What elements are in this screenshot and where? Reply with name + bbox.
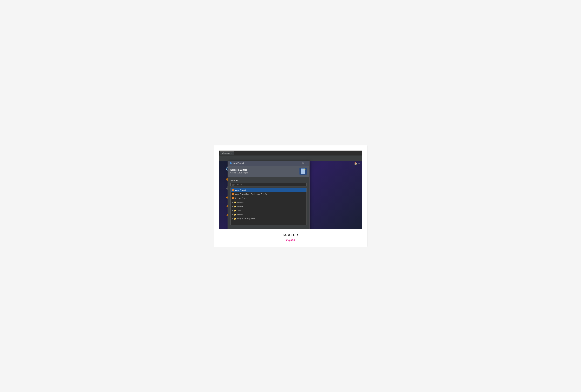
wizard-item-plugin-project[interactable]: P Plug-in Project <box>231 196 306 200</box>
tree-item-plugin-dev-label: Plug-in Development <box>237 218 255 220</box>
dialog-close-btn[interactable]: ✕ <box>305 162 308 164</box>
eclipse-toolbar <box>219 156 362 161</box>
wizard-star-icon: ✦ <box>304 168 306 171</box>
dialog-window-controls: — □ ✕ <box>298 162 308 164</box>
plugin-project-icon: P <box>232 197 234 200</box>
folder-icon-maven: 📁 <box>234 214 237 216</box>
folder-icon-java: 📁 <box>234 209 237 212</box>
folder-icon-general: 📁 <box>234 201 237 204</box>
tree-arrow-maven: ▶ <box>232 214 233 216</box>
folder-icon-gradle: 📁 <box>234 205 237 208</box>
java-project-ant-icon: J <box>232 193 234 195</box>
eclipse-tabbar: Welcome ✕ <box>219 151 362 156</box>
welcome-tab-label: Welcome <box>222 152 230 154</box>
tree-item-gradle[interactable]: ▶ 📁 Gradle <box>231 204 306 208</box>
svg-point-3 <box>230 162 232 164</box>
dialog-title-icon <box>229 162 232 164</box>
tree-arrow-gradle: ▶ <box>232 206 233 207</box>
dialog-footer-spacer <box>228 228 309 229</box>
tree-item-plugin-dev[interactable]: ▶ 📁 Plug-in Development <box>231 217 306 221</box>
dialog-header: Select a wizard Create a Java project ✦ <box>228 166 309 177</box>
filter-input[interactable] <box>230 183 307 186</box>
wizard-item-plugin-project-label: Plug-in Project <box>235 197 248 199</box>
new-project-dialog: New Project — □ ✕ Select a wizard Create… <box>228 161 310 229</box>
dialog-maximize-btn[interactable]: □ <box>302 162 304 164</box>
tree-item-java-label: Java <box>237 210 241 212</box>
dialog-body: Wizards: J Ja <box>228 177 309 228</box>
eclipse-top-right-icons: 🏠 ← <box>354 162 360 165</box>
wizard-list: J Java Project J <box>230 188 307 226</box>
scaler-topics-text: Topics <box>286 237 295 242</box>
tree-arrow-general: ▶ <box>232 201 233 203</box>
dialog-header-text: Select a wizard Create a Java project <box>230 168 248 174</box>
tree-item-gradle-label: Gradle <box>237 206 243 208</box>
home-icon[interactable]: 🏠 <box>354 162 357 165</box>
java-project-icon: J <box>232 189 234 191</box>
dialog-subtext: Create a Java project <box>230 172 248 174</box>
wizard-item-java-project-ant-label: Java Project from Existing Ant Buildfile <box>235 193 268 195</box>
back-icon[interactable]: ← <box>358 162 360 165</box>
folder-icon-plugin-dev: 📁 <box>234 218 237 220</box>
dialog-titlebar: New Project — □ ✕ <box>228 161 309 166</box>
dialog-title-left: New Project <box>229 162 244 164</box>
svg-text:J: J <box>232 190 233 191</box>
screenshot-wrapper: Welcome ✕ 🏠 ← <box>214 145 367 247</box>
tree-item-maven-label: Maven <box>237 214 243 216</box>
tree-arrow-java: ▶ <box>232 210 233 212</box>
tree-item-java[interactable]: ▶ 📁 Java <box>231 208 306 212</box>
dialog-overlay: New Project — □ ✕ Select a wizard Create… <box>228 161 310 229</box>
svg-text:P: P <box>232 198 233 199</box>
eclipse-window: Welcome ✕ 🏠 ← <box>219 150 362 229</box>
welcome-tab[interactable]: Welcome ✕ <box>220 152 234 155</box>
dialog-minimize-btn[interactable]: — <box>298 162 301 164</box>
dialog-title-text: New Project <box>233 162 244 164</box>
scaler-name-text: SCALER <box>283 233 298 237</box>
wizard-header-icon: ✦ <box>299 168 307 175</box>
wizard-item-java-project-ant[interactable]: J Java Project from Existing Ant Buildfi… <box>231 192 306 196</box>
eclipse-main-content: 🏠 ← eclipse ⚙ Review IDE Review <box>219 161 362 229</box>
wizard-item-java-project[interactable]: J Java Project <box>231 188 306 192</box>
wizards-label: Wizards: <box>230 179 307 182</box>
tree-item-maven[interactable]: ▶ 📁 Maven <box>231 212 306 217</box>
scaler-brand: SCALER Topics <box>283 233 298 242</box>
wizard-item-java-project-label: Java Project <box>235 189 246 191</box>
welcome-tab-close[interactable]: ✕ <box>231 152 232 154</box>
dialog-heading: Select a wizard <box>230 168 248 171</box>
tree-arrow-plugin-dev: ▶ <box>232 218 233 220</box>
tree-item-general[interactable]: ▶ 📁 General <box>231 200 306 204</box>
svg-text:J: J <box>232 194 233 195</box>
tree-item-general-label: General <box>237 201 244 203</box>
